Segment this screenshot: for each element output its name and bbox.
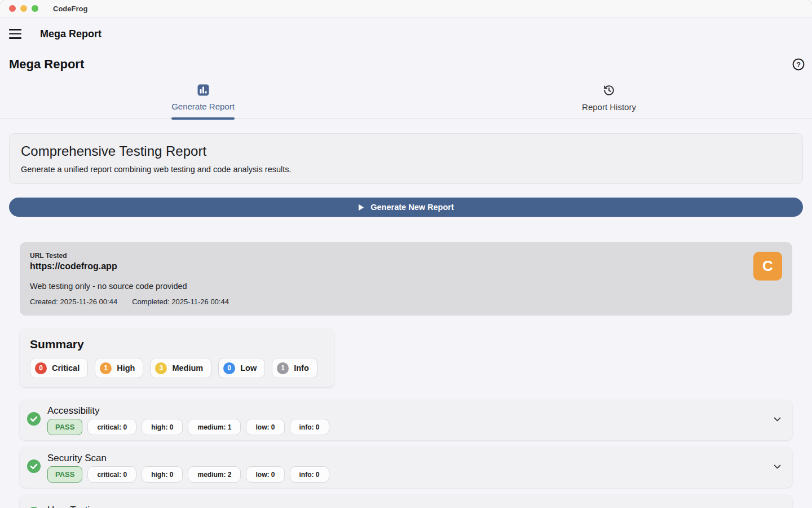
- status-badge: PASS: [47, 466, 82, 483]
- section-body: Accessibility PASS critical: 0 high: 0 m…: [47, 405, 766, 435]
- close-window-button[interactable]: [9, 5, 16, 12]
- chevron-down-icon[interactable]: [773, 462, 782, 474]
- summary-card: Summary 0 Critical 1 High 3 Medium: [20, 329, 334, 387]
- page-title-row: Mega Report ?: [0, 50, 812, 72]
- section-name: User Testing: [47, 504, 782, 508]
- high-stat: high: 0: [142, 419, 183, 435]
- badge-label: Medium: [172, 364, 203, 373]
- chevron-down-icon[interactable]: [773, 414, 782, 426]
- section-badges: PASS critical: 0 high: 0 medium: 2 low: …: [47, 466, 766, 483]
- badge-label: Info: [294, 364, 309, 373]
- section-body: Security Scan PASS critical: 0 high: 0 m…: [47, 452, 766, 483]
- window-title: CodeFrog: [53, 5, 87, 13]
- section-name: Accessibility: [47, 405, 766, 417]
- menu-icon[interactable]: [9, 27, 23, 41]
- testing-mode-text: Web testing only - no source code provid…: [30, 282, 782, 291]
- section-row-accessibility[interactable]: Accessibility PASS critical: 0 high: 0 m…: [20, 400, 792, 440]
- low-count: 0: [223, 362, 235, 374]
- check-circle-icon: [27, 412, 41, 426]
- section-row-security-scan[interactable]: Security Scan PASS critical: 0 high: 0 m…: [20, 447, 792, 488]
- info-stat: info: 0: [290, 419, 329, 435]
- high-stat: high: 0: [142, 466, 183, 483]
- high-count: 1: [100, 362, 112, 374]
- badge-label: High: [117, 364, 135, 373]
- page-title: Mega Report: [9, 57, 84, 72]
- summary-title: Summary: [30, 338, 324, 351]
- window-controls: [9, 5, 38, 12]
- intro-title: Comprehensive Testing Report: [21, 142, 791, 160]
- status-badge: PASS: [47, 419, 82, 435]
- app-window: CodeFrog Mega Report Mega Report ?: [0, 0, 812, 508]
- minimize-window-button[interactable]: [20, 5, 27, 12]
- zoom-window-button[interactable]: [32, 5, 38, 12]
- report-card: URL Tested https://codefrog.app Web test…: [20, 242, 792, 316]
- medium-count: 3: [155, 362, 167, 374]
- critical-stat: critical: 0: [87, 419, 136, 435]
- generate-button-label: Generate New Report: [370, 203, 453, 212]
- section-row-user-testing[interactable]: User Testing: [20, 494, 792, 508]
- titlebar: CodeFrog: [0, 0, 812, 17]
- check-circle-icon: [27, 459, 41, 473]
- generate-new-report-button[interactable]: Generate New Report: [9, 198, 803, 217]
- low-stat: low: 0: [246, 466, 284, 483]
- svg-text:?: ?: [796, 61, 801, 69]
- medium-count-badge[interactable]: 3 Medium: [150, 358, 211, 378]
- bar-chart-icon: [197, 84, 209, 98]
- info-count-badge[interactable]: 1 Info: [272, 358, 317, 378]
- tab-generate-report[interactable]: Generate Report: [0, 81, 406, 119]
- badge-label: Low: [240, 364, 257, 373]
- badge-label: Critical: [52, 364, 80, 373]
- active-tab-indicator: [171, 117, 235, 120]
- help-icon[interactable]: ?: [792, 58, 805, 71]
- low-stat: low: 0: [246, 419, 284, 435]
- main-content: Comprehensive Testing Report Generate a …: [0, 133, 812, 508]
- created-timestamp: Created: 2025-11-26 00:44: [30, 297, 117, 306]
- avatar: C: [753, 252, 782, 281]
- low-count-badge[interactable]: 0 Low: [218, 358, 265, 378]
- intro-card: Comprehensive Testing Report Generate a …: [9, 133, 803, 184]
- medium-stat: medium: 1: [188, 419, 241, 435]
- critical-count: 0: [35, 362, 47, 374]
- section-body: User Testing: [47, 504, 782, 508]
- tab-report-history[interactable]: Report History: [406, 81, 812, 119]
- tab-label: Generate Report: [171, 102, 235, 111]
- tab-bar: Generate Report Report History: [0, 81, 812, 119]
- summary-badges: 0 Critical 1 High 3 Medium 0 Low: [30, 358, 324, 378]
- medium-stat: medium: 2: [188, 466, 241, 483]
- critical-count-badge[interactable]: 0 Critical: [30, 358, 88, 378]
- completed-timestamp: Completed: 2025-11-26 00:44: [132, 297, 229, 306]
- play-icon: [358, 204, 364, 211]
- section-badges: PASS critical: 0 high: 0 medium: 1 low: …: [47, 419, 766, 435]
- history-icon: [603, 84, 615, 99]
- high-count-badge[interactable]: 1 High: [95, 358, 143, 378]
- report-dates: Created: 2025-11-26 00:44 Completed: 202…: [30, 297, 782, 306]
- info-stat: info: 0: [290, 466, 329, 483]
- tab-label: Report History: [582, 102, 636, 112]
- url-tested-value: https://codefrog.app: [30, 261, 782, 271]
- section-name: Security Scan: [47, 452, 766, 464]
- intro-description: Generate a unified report combining web …: [21, 165, 791, 174]
- report-section: URL Tested https://codefrog.app Web test…: [9, 242, 803, 508]
- app-title: Mega Report: [40, 28, 102, 40]
- info-count: 1: [277, 362, 289, 374]
- url-tested-label: URL Tested: [30, 252, 782, 260]
- app-header: Mega Report: [0, 17, 812, 50]
- critical-stat: critical: 0: [87, 466, 136, 483]
